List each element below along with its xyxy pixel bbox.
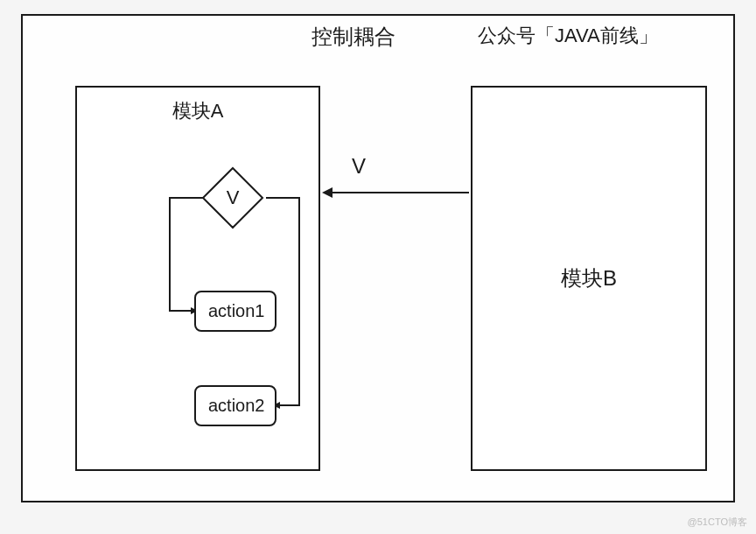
connector-arrow	[320, 184, 471, 201]
decision-label: V	[201, 166, 264, 229]
diagram-title: 控制耦合	[312, 23, 396, 51]
svg-marker-4	[322, 187, 332, 198]
action2-box: action2	[194, 385, 276, 426]
module-a: 模块A V action1 action2	[75, 86, 320, 471]
module-b-label: 模块B	[472, 264, 705, 292]
module-b: 模块B	[471, 86, 707, 471]
module-a-label: 模块A	[77, 98, 318, 124]
diagram-credit: 公众号「JAVA前线」	[478, 23, 658, 49]
connector-label: V	[352, 154, 366, 179]
decision-node: V	[201, 166, 264, 229]
diagram-frame: 控制耦合 公众号「JAVA前线」 模块A V action1 action2 模…	[21, 14, 735, 502]
action1-box: action1	[194, 291, 276, 332]
watermark: @51CTO博客	[688, 516, 747, 529]
